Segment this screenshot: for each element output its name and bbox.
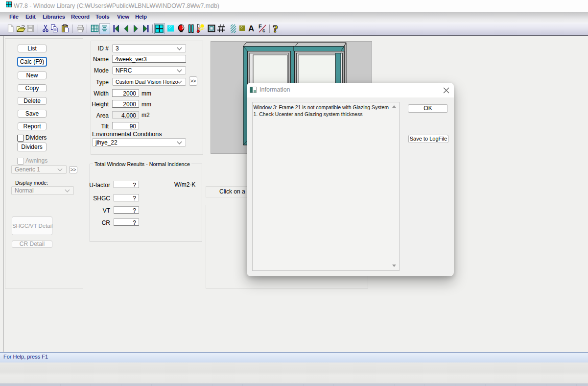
svg-text:?: ? <box>273 23 278 35</box>
svg-text:c: c <box>262 28 265 33</box>
svg-text:A: A <box>248 24 254 33</box>
svg-text:F: F <box>259 24 262 29</box>
